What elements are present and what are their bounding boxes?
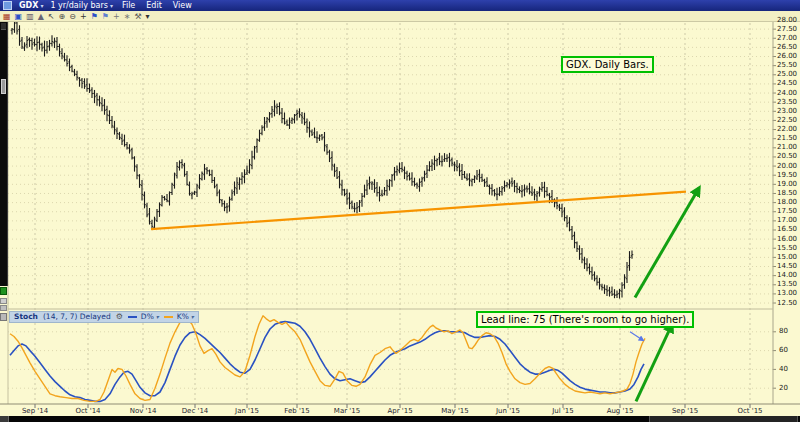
price-axis-tick: 15.50: [777, 245, 797, 252]
add-indicator-icon[interactable]: +: [80, 12, 87, 21]
month-label: Nov '14: [130, 407, 157, 415]
symbol-label: GDX: [19, 0, 38, 11]
price-axis-tick: 23.00: [777, 108, 797, 115]
flag-icon[interactable]: ⚑: [91, 12, 98, 21]
stoch-panel-header: Stoch (14, 7, 7) Delayed ⚙ D% ▾ K% ▾: [9, 311, 199, 323]
month-label: Jan '15: [235, 407, 259, 415]
timeframe-label: 1 yr/daily bars: [50, 0, 108, 11]
price-axis-tick: 15.00: [777, 254, 797, 261]
stoch-axis-tick: 40: [779, 366, 788, 373]
month-label: Jul '15: [552, 407, 574, 415]
month-label: Sep '14: [22, 407, 48, 415]
k-line-swatch: [164, 316, 173, 318]
price-axis-tick: 16.00: [777, 236, 797, 243]
price-axis-tick: 18.00: [777, 199, 797, 206]
month-label: Sep '15: [672, 407, 698, 415]
price-axis-tick: 22.00: [777, 126, 797, 133]
chevron-down-icon: ▾: [40, 0, 43, 11]
k-line-label: K%: [177, 312, 189, 322]
charting-app-window: GDX ▾ 1 yr/daily bars ▾ File Edit View ▦…: [0, 0, 800, 422]
cursor-icon[interactable]: ↖: [48, 12, 55, 21]
month-label: Oct '15: [737, 407, 762, 415]
flag-alt-icon[interactable]: ⚑: [102, 12, 109, 21]
price-axis-tick: 14.50: [777, 263, 797, 270]
price-axis-tick: 13.50: [777, 281, 797, 288]
price-axis-tick: 20.00: [777, 163, 797, 170]
month-label: Jun '15: [496, 407, 520, 415]
tools-icon[interactable]: ⚒: [134, 12, 141, 21]
price-axis-tick: 24.50: [777, 80, 797, 87]
zoom-out-icon[interactable]: ⊖: [69, 12, 76, 21]
price-axis-tick: 25.00: [777, 71, 797, 78]
trendline[interactable]: [151, 192, 686, 229]
price-axis-tick: 20.50: [777, 153, 797, 160]
bar-chart-icon[interactable]: ▥: [26, 12, 34, 21]
price-axis-tick: 24.00: [777, 90, 797, 97]
month-label: Apr '15: [387, 407, 412, 415]
price-up-arrow[interactable]: [635, 188, 699, 298]
vertical-scrollbar-thumb[interactable]: [1, 79, 6, 94]
scrollbar-up-button[interactable]: [1, 23, 6, 30]
chart-window-icon[interactable]: ▦: [3, 12, 11, 21]
stoch-axis-tick: 80: [779, 328, 788, 335]
stoch-d-legend[interactable]: D% ▾: [128, 312, 159, 322]
crosshair-small-icon[interactable]: ∗: [124, 12, 131, 21]
snapshot-icon[interactable]: ▣: [15, 12, 23, 21]
symbol-dropdown[interactable]: GDX ▾: [19, 0, 43, 11]
chevron-down-icon: ▾: [191, 312, 194, 322]
panel-minimize-button[interactable]: [0, 298, 7, 304]
chart-annotation-box[interactable]: GDX. Daily Bars.: [561, 56, 654, 73]
stoch-k-line[interactable]: [10, 316, 645, 402]
toolbar-more-icon[interactable]: ▾: [146, 12, 150, 21]
chevron-down-icon: ▾: [156, 312, 159, 322]
stoch-up-arrow[interactable]: [636, 324, 672, 401]
month-label: Dec '14: [182, 407, 209, 415]
menu-edit[interactable]: Edit: [144, 0, 164, 11]
zoom-in-icon[interactable]: ⊕: [59, 12, 66, 21]
price-axis-tick: 14.00: [777, 272, 797, 279]
price-axis-tick: 12.50: [777, 300, 797, 307]
month-label: Aug '15: [607, 407, 634, 415]
menu-file[interactable]: File: [120, 0, 137, 11]
price-axis-tick: 25.50: [777, 62, 797, 69]
d-line-label: D%: [141, 312, 154, 322]
panel-restore-button[interactable]: [0, 305, 7, 311]
price-axis-tick: 22.50: [777, 117, 797, 124]
price-axis-tick: 27.50: [777, 26, 797, 33]
month-label: Mar '15: [334, 407, 360, 415]
price-axis-tick: 23.50: [777, 99, 797, 106]
app-icon: [3, 1, 12, 10]
price-axis-tick: 26.50: [777, 44, 797, 51]
price-axis-tick: 28.00: [777, 17, 797, 24]
month-label: May '15: [441, 407, 469, 415]
stoch-k-legend[interactable]: K% ▾: [164, 312, 194, 322]
scrollbar-left-button[interactable]: [0, 416, 9, 422]
timeframe-dropdown[interactable]: 1 yr/daily bars ▾: [50, 0, 113, 11]
stoch-axis-tick: 20: [779, 385, 788, 392]
horizontal-scrollbar[interactable]: [0, 416, 800, 422]
chart-canvas[interactable]: [0, 0, 800, 422]
stoch-annotation-box[interactable]: Lead line: 75 (There's room to go higher…: [476, 311, 694, 328]
price-axis-tick: 26.00: [777, 53, 797, 60]
price-axis-tick: 19.50: [777, 172, 797, 179]
price-axis-tick: 27.00: [777, 35, 797, 42]
vertical-scrollbar[interactable]: [0, 22, 8, 286]
price-axis-tick: 18.50: [777, 190, 797, 197]
drawing-toolbar: ▦▣▥▲↖⊕⊖+⚑⚑+∗⚒▾: [0, 11, 800, 22]
price-axis-tick: 21.50: [777, 135, 797, 142]
stoch-params: (14, 7, 7) Delayed: [43, 312, 111, 322]
area-chart-icon[interactable]: ▲: [38, 12, 44, 21]
gear-icon[interactable]: ⚙: [116, 313, 123, 321]
price-bars: [11, 17, 634, 299]
stoch-panel-collapse-button[interactable]: [0, 313, 7, 321]
callout-arrow: [630, 332, 643, 340]
horizontal-scrollbar-thumb[interactable]: [649, 416, 798, 422]
crosshair-icon[interactable]: +: [113, 12, 120, 21]
price-axis-tick: 17.00: [777, 217, 797, 224]
d-line-swatch: [128, 316, 137, 318]
price-axis-tick: 21.00: [777, 144, 797, 151]
title-bar: GDX ▾ 1 yr/daily bars ▾ File Edit View: [0, 0, 800, 11]
menu-view[interactable]: View: [171, 0, 194, 11]
side-tool-green-button[interactable]: [0, 287, 7, 295]
month-label: Feb '15: [284, 407, 309, 415]
